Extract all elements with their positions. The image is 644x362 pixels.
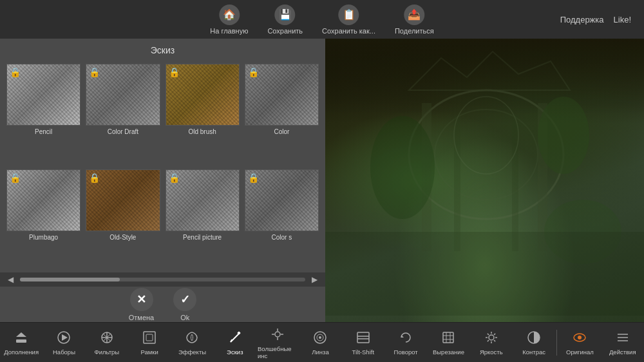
support-link[interactable]: Поддержка xyxy=(560,15,604,24)
scroll-track[interactable] xyxy=(20,278,305,281)
tool-frames[interactable]: Рамки xyxy=(128,325,171,359)
tool-addons[interactable]: Дополнения xyxy=(0,325,43,359)
thumb-pencil[interactable]: 🔒 Pencil xyxy=(6,64,80,164)
lock-icon-color-draft: 🔒 xyxy=(89,67,102,80)
svg-rect-4 xyxy=(454,116,460,251)
svg-rect-40 xyxy=(443,332,453,343)
effects-label: Эффекты xyxy=(178,348,206,356)
sets-label: Наборы xyxy=(53,348,75,356)
tool-tiltshift[interactable]: Tilt-Shift xyxy=(342,325,384,359)
tool-brightness[interactable]: Яркость xyxy=(470,325,513,359)
thumb-color-draft[interactable]: 🔒 Color Draft xyxy=(86,64,160,164)
thumb-label-old-brush: Old brush xyxy=(166,128,240,135)
ok-icon: ✓ xyxy=(173,288,196,311)
svg-line-53 xyxy=(488,340,489,341)
top-bar-right: Поддержка Like! xyxy=(560,15,631,24)
svg-line-52 xyxy=(494,334,495,335)
svg-point-45 xyxy=(489,335,494,340)
svg-rect-22 xyxy=(144,332,155,343)
image-area xyxy=(325,39,644,322)
rotate-icon xyxy=(397,329,414,346)
svg-rect-36 xyxy=(357,332,369,343)
contrast-label: Контрас xyxy=(522,348,545,356)
scroll-row: ◀ ▶ xyxy=(0,272,325,287)
filters-label: Фильтры xyxy=(94,348,119,356)
lock-icon-pencil: 🔒 xyxy=(10,67,23,80)
building-svg xyxy=(325,39,644,322)
top-bar: 🏠 На главную 💾 Сохранить 📋 Сохранить как… xyxy=(0,0,644,39)
cancel-button[interactable]: ✕ Отмена xyxy=(129,288,154,321)
crop-label: Вырезание xyxy=(433,348,464,356)
tool-contrast[interactable]: Контрас xyxy=(513,325,555,359)
main-area: Эскиз 🔒 Pencil 🔒 Color Draft 🔒 Old brush xyxy=(0,39,644,322)
frames-label: Рамки xyxy=(140,348,158,356)
top-bar-center: 🏠 На главную 💾 Сохранить 📋 Сохранить как… xyxy=(210,5,433,35)
tool-lens[interactable]: Линза xyxy=(299,325,341,359)
tiltshift-label: Tilt-Shift xyxy=(352,348,374,356)
svg-point-1 xyxy=(435,110,538,200)
tool-actions[interactable]: Действия xyxy=(601,325,644,359)
lock-icon-old-style: 🔒 xyxy=(89,173,102,186)
svg-rect-12 xyxy=(325,39,644,116)
svg-marker-14 xyxy=(16,332,26,337)
thumb-pencil-picture[interactable]: 🔒 Pencil picture xyxy=(166,169,240,270)
cancel-icon: ✕ xyxy=(130,288,153,311)
svg-rect-13 xyxy=(16,339,26,343)
lens-label: Линза xyxy=(312,348,328,356)
save-as-button[interactable]: 📋 Сохранить как... xyxy=(322,5,375,35)
svg-line-50 xyxy=(488,334,489,335)
sketch-grid: 🔒 Pencil 🔒 Color Draft 🔒 Old brush 🔒 xyxy=(0,61,325,272)
lock-icon-pencil-picture: 🔒 xyxy=(169,173,182,186)
tool-rotate[interactable]: Поворот xyxy=(384,325,427,359)
lens-icon xyxy=(312,329,328,346)
thumb-label-color1: Color xyxy=(245,128,319,135)
original-icon xyxy=(571,329,588,346)
thumb-color-s[interactable]: 🔒 Color s xyxy=(245,169,319,270)
thumb-label-color-s: Color s xyxy=(245,234,319,241)
scroll-left-arrow[interactable]: ◀ xyxy=(5,275,16,284)
svg-line-51 xyxy=(494,340,495,341)
filters-icon xyxy=(99,329,115,346)
thumb-plumbago[interactable]: 🔒 Plumbago xyxy=(6,169,80,270)
tool-magic[interactable]: Волшебные инс xyxy=(256,322,299,363)
thumb-label-color-draft: Color Draft xyxy=(86,128,160,135)
effects-icon xyxy=(184,329,200,346)
thumb-color1[interactable]: 🔒 Color xyxy=(245,64,319,164)
brightness-icon xyxy=(483,329,500,346)
svg-point-28 xyxy=(275,332,280,337)
toolbar-divider xyxy=(556,330,557,356)
tiltshift-icon xyxy=(355,329,372,346)
ok-button[interactable]: ✓ Ok xyxy=(173,288,196,321)
lock-icon-color-s: 🔒 xyxy=(248,173,261,186)
tool-crop[interactable]: Вырезание xyxy=(427,325,469,359)
magic-icon xyxy=(269,326,286,343)
sets-icon xyxy=(55,329,72,346)
frames-icon xyxy=(141,329,158,346)
svg-point-56 xyxy=(578,336,582,339)
svg-point-35 xyxy=(319,336,321,339)
main-image xyxy=(325,39,644,322)
contrast-icon xyxy=(526,329,542,346)
tool-filters[interactable]: Фильтры xyxy=(86,325,128,359)
svg-line-24 xyxy=(231,333,240,342)
tool-sets[interactable]: Наборы xyxy=(43,325,85,359)
home-button[interactable]: 🏠 На главную xyxy=(210,5,248,35)
cancel-label: Отмена xyxy=(129,314,154,321)
thumb-label-plumbago: Plumbago xyxy=(6,234,80,241)
tool-sketch[interactable]: Эскиз xyxy=(214,325,256,359)
tool-original[interactable]: Оригинал xyxy=(558,325,601,359)
lock-icon-color1: 🔒 xyxy=(248,67,261,80)
addons-icon xyxy=(13,329,30,346)
save-button[interactable]: 💾 Сохранить xyxy=(267,5,303,35)
share-button[interactable]: 📤 Поделиться xyxy=(395,5,434,35)
tool-effects[interactable]: Эффекты xyxy=(171,325,213,359)
thumb-old-style[interactable]: 🔒 Old-Style xyxy=(86,169,160,270)
brightness-label: Яркость xyxy=(480,348,503,356)
sketch-icon xyxy=(227,329,243,346)
rotate-label: Поворот xyxy=(394,348,418,356)
original-label: Оригинал xyxy=(566,348,594,356)
thumb-old-brush[interactable]: 🔒 Old brush xyxy=(166,64,240,164)
crop-icon xyxy=(440,329,457,346)
like-button[interactable]: Like! xyxy=(614,15,631,24)
scroll-right-arrow[interactable]: ▶ xyxy=(309,275,320,284)
